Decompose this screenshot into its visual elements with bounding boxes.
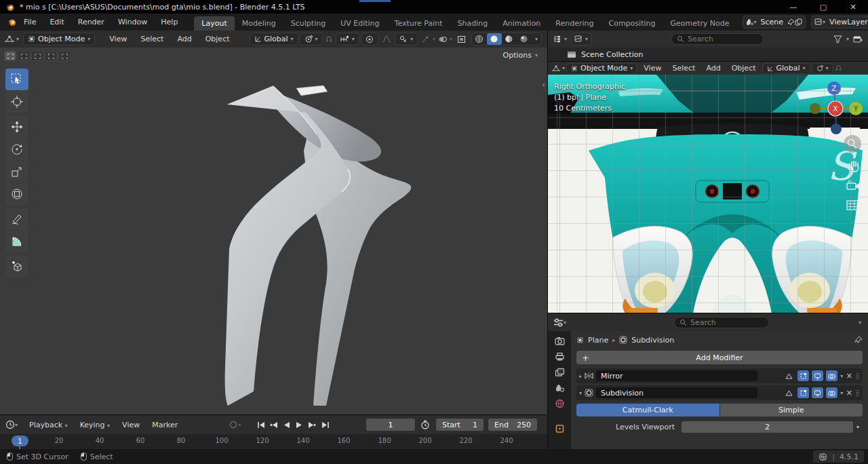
modifier-extras-chevron-icon[interactable]: ▾	[840, 390, 843, 396]
mode-dropdown[interactable]: Object Mode ▾	[23, 33, 95, 45]
tab-scene-icon[interactable]	[555, 383, 565, 393]
modifier-row-subdivision[interactable]: ▾ Subdivision ▾ × ⣿	[576, 385, 863, 400]
workspace-tab-animation[interactable]: Animation	[495, 16, 548, 31]
workspace-tab-texture-paint[interactable]: Texture Paint	[387, 16, 450, 31]
viewport-menu-add[interactable]: Add	[701, 64, 725, 73]
levels-viewport-slider[interactable]: 2	[682, 421, 853, 433]
workspace-tab-layout[interactable]: Layout	[194, 16, 234, 31]
subdiv-edit-mode-toggle[interactable]	[783, 387, 795, 398]
timeline-menu-keying[interactable]: Keying ▾	[74, 421, 116, 429]
tool-measure-button[interactable]	[5, 231, 28, 252]
breadcrumb-modifier[interactable]: Subdivision	[631, 336, 674, 345]
shading-solid-icon[interactable]	[487, 33, 502, 45]
modifier-close-icon[interactable]: ×	[846, 371, 852, 381]
tool-scale-button[interactable]	[5, 161, 28, 182]
tool-select-box-button[interactable]	[5, 69, 28, 90]
breadcrumb-object[interactable]: Plane	[588, 336, 608, 345]
snap-with-dropdown[interactable]: ▾	[336, 33, 359, 45]
filter-funnel-icon[interactable]	[833, 35, 842, 43]
viewport-menu-object[interactable]: Object	[727, 64, 761, 73]
modifier-name-field[interactable]: Mirror	[596, 370, 757, 381]
tool-add-cube-button[interactable]	[5, 256, 28, 277]
transform-orientation-dropdown[interactable]: Global ▾	[250, 33, 298, 45]
shading-material-preview-icon[interactable]	[502, 33, 517, 45]
subdiv-realtime-toggle[interactable]	[812, 387, 823, 398]
snapping-dropdown[interactable]: ▾	[812, 63, 833, 74]
tab-view-layer-icon[interactable]	[555, 368, 565, 377]
outliner-display-mode-dropdown[interactable]: ▾	[571, 33, 591, 45]
scene-collection-label[interactable]: Scene Collection	[581, 50, 643, 59]
workspace-tab-geometry-node[interactable]: Geometry Node	[663, 16, 736, 31]
expand-chevron-icon[interactable]: ▸	[579, 373, 582, 379]
modifier-name-field[interactable]: Subdivision	[596, 387, 757, 398]
editor-type-properties-icon[interactable]	[553, 318, 564, 327]
play-reverse-button[interactable]	[280, 419, 293, 431]
subdiv-on-cage-toggle[interactable]	[797, 387, 809, 398]
menu-help[interactable]: Help	[154, 14, 184, 31]
menu-file[interactable]: File	[17, 14, 43, 31]
tool-cursor-button[interactable]	[5, 91, 28, 113]
editor-separator-vertical[interactable]	[547, 31, 548, 449]
tab-output-icon[interactable]	[555, 352, 565, 362]
mode-dropdown[interactable]: Object Mode ▾	[566, 63, 637, 74]
catmull-clark-button[interactable]: Catmull-Clark	[576, 404, 719, 417]
shading-wireframe-icon[interactable]	[472, 33, 487, 45]
minimize-button[interactable]: —	[778, 0, 808, 14]
tab-object-icon[interactable]	[555, 424, 565, 433]
editor-separator-horizontal-timeline[interactable]	[0, 414, 547, 415]
overlays-toggle-icon[interactable]	[438, 35, 447, 43]
mirror-edit-mode-toggle[interactable]	[783, 370, 795, 381]
properties-search-input[interactable]	[690, 318, 758, 327]
timeline-menu-view[interactable]: View	[116, 421, 146, 429]
viewport-menu-view[interactable]: View	[639, 64, 666, 73]
viewport-menu-view[interactable]: View	[103, 35, 133, 43]
select-mode-new-button[interactable]	[4, 51, 16, 61]
workspace-tab-rendering[interactable]: Rendering	[548, 16, 601, 31]
editor-type-timeline-icon[interactable]	[5, 420, 15, 429]
frame-start-field[interactable]: Start1	[436, 419, 484, 431]
scene-selector[interactable]: ▾ Scene	[743, 16, 806, 28]
tab-world-icon[interactable]	[555, 399, 565, 408]
workspace-tab-modeling[interactable]: Modeling	[235, 16, 283, 31]
pin-scene-icon[interactable]	[787, 18, 795, 26]
sidebar-toggle-chevron-icon[interactable]: ‹	[542, 80, 545, 90]
tab-render-icon[interactable]	[555, 336, 565, 346]
mirror-on-cage-toggle[interactable]	[797, 370, 809, 381]
animate-property-dot[interactable]: •	[853, 423, 863, 431]
tool-annotate-button[interactable]	[5, 208, 28, 230]
workspace-tab-compositing[interactable]: Compositing	[601, 16, 663, 31]
shading-rendered-icon[interactable]	[517, 33, 532, 45]
add-modifier-button[interactable]: + Add Modifier	[576, 351, 863, 364]
use-preview-range-icon[interactable]	[420, 420, 430, 429]
modifier-extras-chevron-icon[interactable]: ▾	[840, 373, 843, 379]
tool-rotate-button[interactable]	[5, 138, 28, 160]
timeline-ruler[interactable]: 2040 6080 100120 140160 180200 220240 1	[0, 434, 547, 449]
tool-move-button[interactable]	[5, 116, 28, 138]
maximize-button[interactable]: ▢	[808, 0, 838, 14]
options-dropdown[interactable]: Options ▾	[503, 51, 538, 60]
new-scene-icon[interactable]	[795, 18, 802, 26]
viewport-3d-main[interactable]: Options ▾ ‹	[0, 47, 547, 415]
properties-search[interactable]	[674, 317, 769, 328]
editor-separator-outliner-viewport[interactable]	[548, 61, 868, 62]
proportional-falloff-icon[interactable]	[380, 35, 393, 43]
model-scooter-fairing[interactable]	[0, 47, 547, 415]
gizmos-toggle-icon[interactable]	[420, 35, 430, 43]
pivot-point-dropdown[interactable]: ▾	[300, 33, 323, 45]
viewport-menu-select[interactable]: Select	[667, 64, 700, 73]
auto-keying-record-icon[interactable]	[229, 420, 238, 429]
new-collection-icon[interactable]	[853, 35, 863, 43]
tool-transform-button[interactable]	[5, 183, 28, 205]
modifier-drag-handle-icon[interactable]: ⣿	[855, 389, 860, 396]
modifier-drag-handle-icon[interactable]: ⣿	[855, 372, 860, 379]
editor-type-outliner-icon[interactable]	[553, 35, 563, 43]
workspace-tab-uv-editing[interactable]: UV Editing	[333, 16, 387, 31]
workspace-tab-sculpting[interactable]: Sculpting	[283, 16, 333, 31]
playhead-marker[interactable]: 1	[12, 436, 28, 446]
menu-render[interactable]: Render	[71, 14, 111, 31]
workspace-tab-shading[interactable]: Shading	[450, 16, 496, 31]
shading-dropdown-chevron-icon[interactable]: ▾	[532, 36, 541, 42]
zoom-tool-icon[interactable]	[844, 135, 861, 153]
viewport-3d-reference[interactable]: ▾ Object Mode ▾ View Select Add Object G…	[548, 62, 868, 313]
jump-to-start-button[interactable]	[254, 419, 267, 431]
